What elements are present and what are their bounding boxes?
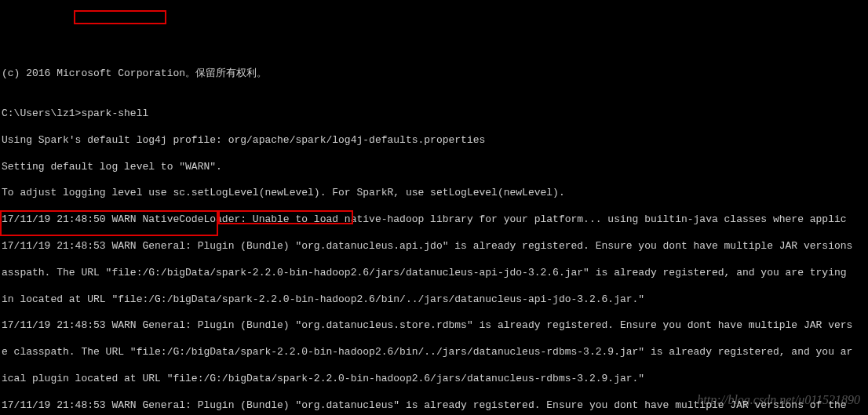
highlight-box-command <box>74 10 166 24</box>
log-line: Setting default log level to "WARN". <box>2 161 866 174</box>
prompt-line: C:\Users\lz1>spark-shell <box>2 107 866 121</box>
log-line: Using Spark's default log4j profile: org… <box>2 134 866 147</box>
terminal-output[interactable]: (c) 2016 Microsoft Corporation。保留所有权利。 C… <box>2 55 866 415</box>
warn-line: in located at URL "file:/G:/bigData/spar… <box>2 293 866 307</box>
warn-line: asspath. The URL "file:/G:/bigData/spark… <box>2 267 866 280</box>
log-line: To adjust logging level use sc.setLogLev… <box>2 187 866 200</box>
warn-line: 17/11/19 21:48:53 WARN General: Plugin (… <box>2 240 866 253</box>
warn-line: 17/11/19 21:48:50 WARN NativeCodeLoader:… <box>2 213 866 227</box>
watermark: http://blog.csdn.net/u011521890 <box>697 392 860 409</box>
warn-line: e classpath. The URL "file:/G:/bigData/s… <box>2 346 866 359</box>
warn-line: 17/11/19 21:48:53 WARN General: Plugin (… <box>2 319 866 333</box>
copyright-line: (c) 2016 Microsoft Corporation。保留所有权利。 <box>2 67 866 81</box>
warn-line: ical plugin located at URL "file:/G:/big… <box>2 373 866 386</box>
